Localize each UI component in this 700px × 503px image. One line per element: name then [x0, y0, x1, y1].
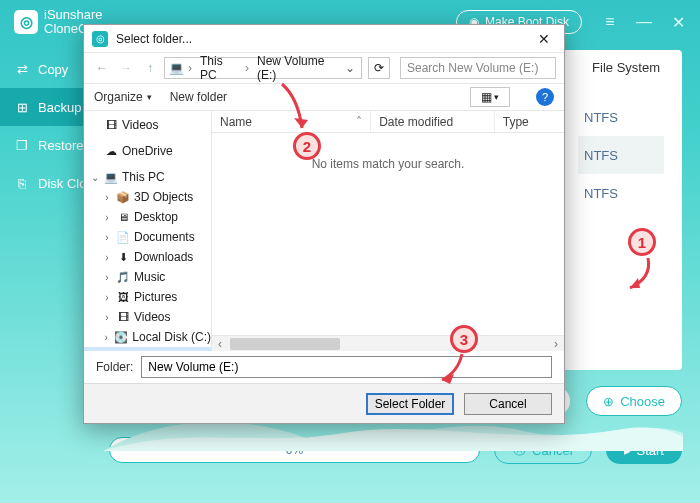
dialog-buttons: Select Folder Cancel — [84, 383, 564, 423]
twisty-icon: › — [102, 252, 112, 263]
new-folder-label: New folder — [170, 90, 227, 104]
folder-label: Folder: — [96, 360, 133, 374]
start-label: Start — [637, 443, 664, 458]
column-type[interactable]: Type — [495, 111, 564, 132]
sort-indicator-icon: ˄ — [356, 115, 362, 129]
dialog-close-button[interactable]: ✕ — [532, 31, 556, 47]
new-folder-button[interactable]: New folder — [170, 90, 227, 104]
folder-row: Folder: — [84, 351, 564, 383]
menu-icon[interactable]: ≡ — [602, 14, 618, 30]
dialog-toolbar: Organize ▾ New folder ▦ ▾ ? — [84, 83, 564, 111]
tree-node[interactable]: ›🖥Desktop — [84, 207, 211, 227]
tree-label: Desktop — [134, 210, 178, 224]
filesystem-list: NTFS NTFS NTFS — [578, 98, 664, 212]
nav-up-button[interactable]: ↑ — [140, 58, 160, 78]
filesystem-row[interactable]: NTFS — [578, 136, 664, 174]
scroll-thumb[interactable] — [230, 338, 340, 350]
dialog-cancel-button[interactable]: Cancel — [464, 393, 552, 415]
column-label: Name — [220, 115, 252, 129]
pc-icon: 💻 — [169, 61, 184, 75]
twisty-icon: › — [102, 292, 112, 303]
dialog-title: Select folder... — [116, 32, 532, 46]
scroll-left-icon[interactable]: ‹ — [212, 336, 228, 352]
breadcrumb-dropdown[interactable]: ⌄ — [343, 61, 357, 75]
play-icon: ▸ — [624, 443, 631, 458]
breadcrumb-item[interactable]: This PC — [196, 54, 241, 82]
nav-forward-button[interactable]: → — [116, 58, 136, 78]
refresh-button[interactable]: ⟳ — [368, 57, 390, 79]
tree-node[interactable]: ›📄Documents — [84, 227, 211, 247]
tree-node[interactable]: ›🎞Videos — [84, 307, 211, 327]
tree-label: Downloads — [134, 250, 193, 264]
twisty-icon: › — [102, 192, 112, 203]
organize-label: Organize — [94, 90, 143, 104]
folder-icon: 🎞 — [116, 310, 130, 324]
dialog-titlebar: ◎ Select folder... ✕ — [84, 25, 564, 53]
tree-node[interactable]: 🎞Videos — [84, 115, 211, 135]
empty-state: No items match your search. — [212, 133, 564, 335]
twisty-icon: ⌄ — [90, 172, 100, 183]
folder-icon: 💽 — [114, 330, 128, 344]
cancel-label: Cancel — [532, 443, 572, 458]
twisty-icon: › — [102, 212, 112, 223]
tree-node[interactable]: ›💽Local Disk (C:) — [84, 327, 211, 347]
filesystem-row[interactable]: NTFS — [578, 174, 664, 212]
tree-label: Videos — [122, 118, 158, 132]
brand-top: iSunshare — [44, 8, 103, 22]
folder-icon: 💻 — [104, 170, 118, 184]
cancel-button[interactable]: ⓧ Cancel — [494, 436, 591, 464]
select-folder-button[interactable]: Select Folder — [366, 393, 454, 415]
chevron-right-icon: › — [186, 61, 194, 75]
minimize-button[interactable]: — — [636, 14, 652, 30]
filesystem-header: File System — [592, 60, 660, 75]
sidebar-item-label: Backup — [38, 100, 81, 115]
progress-text: 0% — [286, 443, 303, 457]
sidebar-item-label: Restore — [38, 138, 84, 153]
chevron-right-icon: › — [243, 61, 251, 75]
folder-icon: 🎵 — [116, 270, 130, 284]
tree-label: OneDrive — [122, 144, 173, 158]
scroll-right-icon[interactable]: › — [548, 336, 564, 352]
folder-icon: 📄 — [116, 230, 130, 244]
nav-back-button[interactable]: ← — [92, 58, 112, 78]
breadcrumb-item[interactable]: New Volume (E:) — [253, 54, 339, 82]
tree-label: Documents — [134, 230, 195, 244]
column-date[interactable]: Date modified — [371, 111, 495, 132]
twisty-icon: › — [102, 312, 112, 323]
tree-node[interactable]: ›⬇Downloads — [84, 247, 211, 267]
tree-node[interactable]: ⌄💻This PC — [84, 167, 211, 187]
column-headers: Name ˄ Date modified Type — [212, 111, 564, 133]
folder-icon: 🖥 — [116, 210, 130, 224]
close-button[interactable]: ✕ — [670, 14, 686, 30]
column-name[interactable]: Name ˄ — [212, 111, 371, 132]
twisty-icon: › — [102, 272, 112, 283]
tree-label: Music — [134, 270, 165, 284]
tree-node[interactable]: ›📦3D Objects — [84, 187, 211, 207]
organize-menu[interactable]: Organize ▾ — [94, 90, 152, 104]
dialog-nav: ← → ↑ 💻 › This PC › New Volume (E:) ⌄ ⟳ … — [84, 53, 564, 83]
plus-icon: ⊕ — [603, 394, 614, 409]
breadcrumb[interactable]: 💻 › This PC › New Volume (E:) ⌄ — [164, 57, 362, 79]
tree-node[interactable]: ☁OneDrive — [84, 141, 211, 161]
twisty-icon: › — [102, 332, 110, 343]
search-input[interactable]: Search New Volume (E:) — [400, 57, 556, 79]
chevron-down-icon: ▾ — [147, 92, 152, 102]
filesystem-row[interactable]: NTFS — [578, 98, 664, 136]
tree-node[interactable]: ›🖼Pictures — [84, 287, 211, 307]
copy-icon: ⇄ — [14, 61, 30, 77]
select-folder-dialog: ◎ Select folder... ✕ ← → ↑ 💻 › This PC ›… — [83, 24, 565, 424]
view-icon: ▦ — [481, 90, 490, 104]
tree-label: Pictures — [134, 290, 177, 304]
search-placeholder: Search New Volume (E:) — [407, 61, 538, 75]
folder-tree[interactable]: 🎞Videos☁OneDrive⌄💻This PC›📦3D Objects›🖥D… — [84, 111, 212, 351]
help-button[interactable]: ? — [536, 88, 554, 106]
folder-icon: 📦 — [116, 190, 130, 204]
horizontal-scrollbar[interactable]: ‹ › — [212, 335, 564, 351]
tree-node[interactable]: ›🎵Music — [84, 267, 211, 287]
start-button[interactable]: ▸ Start — [606, 436, 682, 464]
twisty-icon: › — [102, 232, 112, 243]
folder-name-input[interactable] — [141, 356, 552, 378]
folder-icon: 🖼 — [116, 290, 130, 304]
view-mode-button[interactable]: ▦ ▾ — [470, 87, 510, 107]
choose-button[interactable]: ⊕ Choose — [586, 386, 682, 416]
